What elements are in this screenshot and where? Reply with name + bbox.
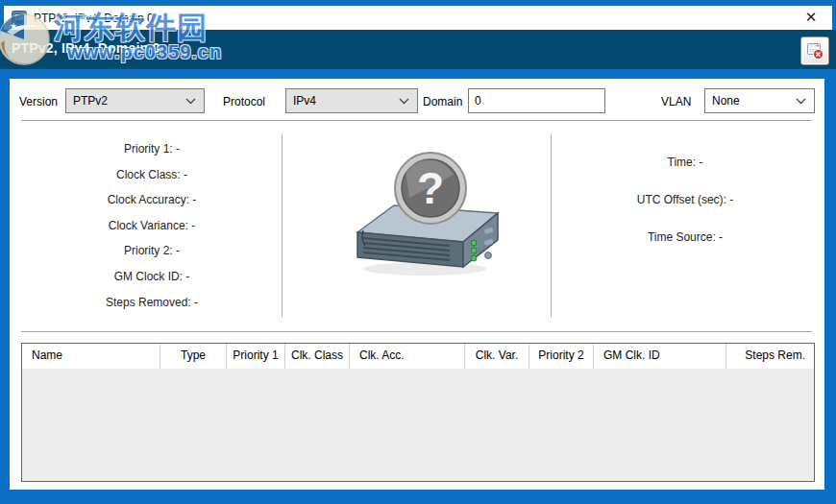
column-header-priority-2[interactable]: Priority 2 xyxy=(529,344,594,369)
time-status-panel: Time: -UTC Offset (sec): -Time Source: - xyxy=(553,156,817,245)
status-line: Priority 1: - xyxy=(10,142,294,156)
table-header-row: NameTypePriority 1Clk. ClassClk. Acc.Clk… xyxy=(22,344,814,369)
header-band: PTPv2, IPv4, Domain 0 xyxy=(0,30,836,69)
column-header-priority-1[interactable]: Priority 1 xyxy=(227,344,285,369)
table-body-empty[interactable] xyxy=(22,369,814,481)
close-icon[interactable]: ✕ xyxy=(799,7,823,28)
unknown-server-icon: ? xyxy=(348,148,502,282)
column-header-gm-clk-id[interactable]: GM Clk. ID xyxy=(594,344,726,369)
domain-label: Domain xyxy=(423,95,462,108)
chevron-down-icon xyxy=(399,98,409,105)
clock-list-table: NameTypePriority 1Clk. ClassClk. Acc.Clk… xyxy=(21,343,815,482)
chevron-down-icon xyxy=(185,98,196,105)
status-line: Time Source: - xyxy=(553,230,817,245)
separator-top xyxy=(21,120,812,121)
status-line: UTC Offset (sec): - xyxy=(553,193,817,207)
vertical-divider-left xyxy=(282,134,283,317)
column-header-clk-var-[interactable]: Clk. Var. xyxy=(465,344,529,369)
vertical-divider-right xyxy=(551,134,552,317)
separator-bottom xyxy=(21,331,812,332)
version-select[interactable]: PTPv2 xyxy=(65,88,205,113)
titlebar: PTPv2, IPv4, Domain 0 ✕ xyxy=(4,6,832,30)
close-view-button[interactable] xyxy=(800,36,829,65)
content-panel: Version PTPv2 Protocol IPv4 Domain VLAN … xyxy=(10,79,824,490)
column-header-type[interactable]: Type xyxy=(160,344,227,369)
page-title: PTPv2, IPv4, Domain 0 xyxy=(12,40,160,56)
status-line: GM Clock ID: - xyxy=(10,270,294,284)
protocol-value: IPv4 xyxy=(286,94,399,108)
domain-input[interactable] xyxy=(468,88,605,113)
status-line: Priority 2: - xyxy=(10,244,294,258)
status-line: Time: - xyxy=(553,156,817,170)
version-label: Version xyxy=(19,95,58,108)
column-header-clk-acc-[interactable]: Clk. Acc. xyxy=(350,344,465,369)
app-window: PTPv2, IPv4, Domain 0 ✕ PTPv2, IPv4, Dom… xyxy=(0,0,836,504)
vlan-label: VLAN xyxy=(661,95,691,108)
column-header-steps-rem-[interactable]: Steps Rem. xyxy=(726,344,814,369)
protocol-select[interactable]: IPv4 xyxy=(285,88,418,113)
vlan-select[interactable]: None xyxy=(704,88,815,113)
app-icon xyxy=(12,11,27,26)
question-mark-glyph: ? xyxy=(417,163,444,213)
status-line: Clock Class: - xyxy=(10,168,294,182)
status-line: Clock Accuracy: - xyxy=(10,193,294,207)
version-value: PTPv2 xyxy=(66,94,185,108)
window-title: PTPv2, IPv4, Domain 0 xyxy=(34,12,154,25)
protocol-label: Protocol xyxy=(223,95,265,108)
close-window-red-x-icon xyxy=(804,40,825,61)
status-line: Clock Variance: - xyxy=(10,219,294,233)
column-header-clk-class[interactable]: Clk. Class xyxy=(285,344,350,369)
column-header-name[interactable]: Name xyxy=(22,344,160,369)
vlan-value: None xyxy=(705,94,796,108)
status-line: Steps Removed: - xyxy=(10,296,294,310)
local-clock-status-panel: Priority 1: -Clock Class: -Clock Accurac… xyxy=(10,142,294,310)
chevron-down-icon xyxy=(796,98,806,105)
